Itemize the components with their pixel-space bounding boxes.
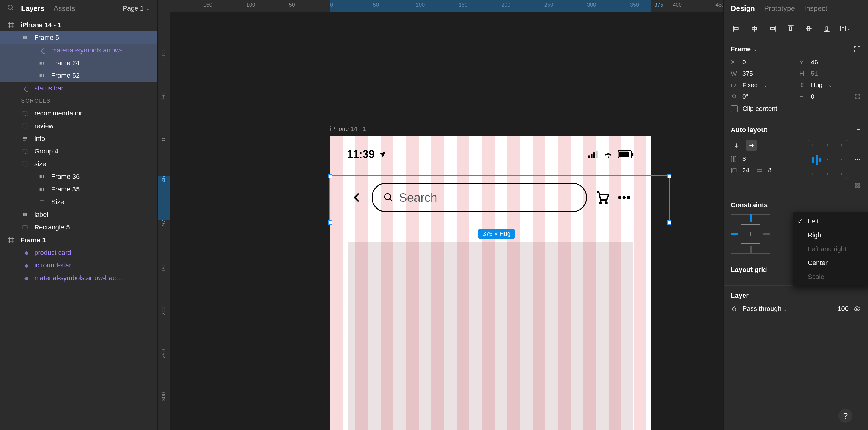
size-badge: 375 × Hug [478, 229, 515, 238]
search-icon[interactable] [7, 4, 16, 13]
gap-field[interactable]: ]|[8 [731, 155, 801, 162]
layer-row-star[interactable]: ic:round-star [0, 259, 157, 272]
align-tools: ⌄ [724, 17, 868, 39]
padding-v-field[interactable]: ▭8 [756, 167, 772, 174]
layer-label: Frame 24 [51, 59, 80, 67]
autolayout-more-icon[interactable]: ⋯ [854, 155, 861, 164]
svg-point-53 [605, 202, 607, 204]
layer-row-f35[interactable]: Frame 35 [0, 183, 157, 196]
frame-icon [7, 236, 15, 244]
radius-field[interactable]: ⌐0 [800, 93, 861, 100]
align-hcenter-icon[interactable] [749, 23, 760, 34]
tab-design[interactable]: Design [731, 4, 755, 13]
layer-row-frame5[interactable]: Frame 5 [0, 31, 157, 44]
radius-expand-icon[interactable] [854, 93, 861, 100]
layer-row-iphone[interactable]: iPhone 14 - 1 [0, 19, 157, 31]
svg-rect-10 [40, 61, 41, 64]
svg-rect-23 [23, 162, 27, 167]
svg-rect-7 [24, 36, 26, 39]
more-icon[interactable] [618, 196, 630, 199]
menu-item-center[interactable]: Center [793, 256, 868, 270]
opacity-field[interactable]: 100 [838, 305, 849, 313]
artboard[interactable]: 11:39 Search [330, 136, 651, 430]
layer-row-frame24[interactable]: Frame 24 [0, 57, 157, 69]
align-top-icon[interactable] [785, 23, 796, 34]
search-bar-row: Search [330, 178, 651, 217]
tab-layers[interactable]: Layers [21, 4, 44, 13]
tab-assets[interactable]: Assets [53, 4, 75, 13]
instance-icon [21, 249, 29, 257]
h-field[interactable]: H51 [800, 70, 861, 77]
svg-rect-45 [593, 152, 595, 158]
vertical-resize[interactable]: ⇕Hug⌄ [800, 81, 861, 89]
layer-row-label[interactable]: label [0, 208, 157, 221]
chevron-down-icon[interactable]: ⌄ [754, 47, 757, 52]
horizontal-resize[interactable]: ↦Fixed⌄ [731, 81, 792, 89]
tab-prototype[interactable]: Prototype [764, 4, 795, 13]
svg-rect-15 [43, 74, 44, 77]
direction-horizontal-icon[interactable] [746, 140, 757, 151]
rotation-field[interactable]: ⟲0° [731, 93, 792, 100]
layer-row-f36[interactable]: Frame 36 [0, 170, 157, 183]
align-vcenter-icon[interactable] [803, 23, 814, 34]
autolayout-h-icon [21, 211, 29, 219]
align-left-icon[interactable] [731, 23, 742, 34]
ruler-tick: -50 [161, 92, 167, 101]
clip-content-checkbox[interactable]: Clip content [731, 105, 861, 113]
layer-row-frame1[interactable]: Frame 1 [0, 234, 157, 246]
canvas[interactable]: -150-100-5005010015020025030035040045050… [158, 0, 723, 430]
constraints-box[interactable]: + [731, 214, 770, 254]
layer-row-frame52[interactable]: Frame 52 [0, 69, 157, 82]
distribute-icon[interactable]: ⌄ [839, 23, 850, 34]
ruler-tick: 250 [161, 349, 167, 358]
menu-item-right[interactable]: Right [793, 228, 868, 242]
tab-inspect[interactable]: Inspect [804, 4, 827, 13]
svg-rect-34 [26, 213, 27, 216]
layer-row-rect5[interactable]: Rectangle 5 [0, 221, 157, 234]
ruler-tick: 300 [161, 392, 167, 401]
layer-row-g4[interactable]: Group 4 [0, 145, 157, 158]
cart-icon[interactable] [595, 190, 610, 205]
back-icon[interactable] [351, 189, 363, 206]
align-bottom-icon[interactable] [821, 23, 832, 34]
visibility-icon[interactable] [854, 305, 861, 312]
artboard-title[interactable]: iPhone 14 - 1 [330, 125, 366, 133]
layer-row-info[interactable]: info [0, 133, 157, 145]
svg-rect-49 [632, 152, 633, 156]
layer-row-sizeT[interactable]: Size [0, 196, 157, 208]
y-field[interactable]: Y46 [800, 58, 861, 66]
layer-row-review[interactable]: review [0, 120, 157, 133]
alignment-box[interactable] [808, 140, 847, 179]
direction-vertical-icon[interactable] [731, 140, 742, 151]
resize-to-fit-icon[interactable] [854, 46, 861, 53]
search-placeholder: Search [399, 191, 437, 204]
layer-row-arrow[interactable]: material-symbols:arrow-… [0, 44, 157, 57]
search-input[interactable]: Search [372, 183, 587, 212]
page-selector[interactable]: Page 1⌄ [123, 4, 150, 12]
layer-row-size[interactable]: size [0, 158, 157, 170]
section-header: SCROLLS [0, 95, 157, 107]
layer-row-pc[interactable]: product card [0, 246, 157, 259]
layer-row-statusbar[interactable]: status bar [0, 82, 157, 95]
help-button[interactable]: ? [838, 409, 852, 423]
menu-item-left[interactable]: ✓Left [793, 214, 868, 228]
remove-autolayout-icon[interactable]: − [856, 125, 861, 135]
layer-row-reco[interactable]: recommendation [0, 107, 157, 120]
ruler-tick: 200 [161, 306, 167, 315]
svg-rect-68 [826, 27, 828, 31]
x-field[interactable]: X0 [731, 58, 792, 66]
padding-expand-icon[interactable] [854, 182, 861, 189]
ruler-tick: -100 [244, 2, 255, 8]
svg-rect-16 [24, 87, 28, 92]
layer-label: Frame 1 [21, 236, 46, 244]
padding-h-field[interactable]: |□|24 [731, 167, 749, 174]
blend-mode-select[interactable]: Pass through ⌄ [742, 305, 787, 313]
ruler-tick: -100 [161, 48, 167, 59]
group-icon [21, 147, 29, 155]
svg-rect-8 [26, 36, 27, 39]
svg-rect-74 [855, 97, 857, 99]
w-field[interactable]: W375 [731, 70, 792, 77]
search-icon [383, 192, 394, 203]
layer-row-ab2[interactable]: material-symbols:arrow-bac… [0, 272, 157, 284]
align-right-icon[interactable] [767, 23, 778, 34]
